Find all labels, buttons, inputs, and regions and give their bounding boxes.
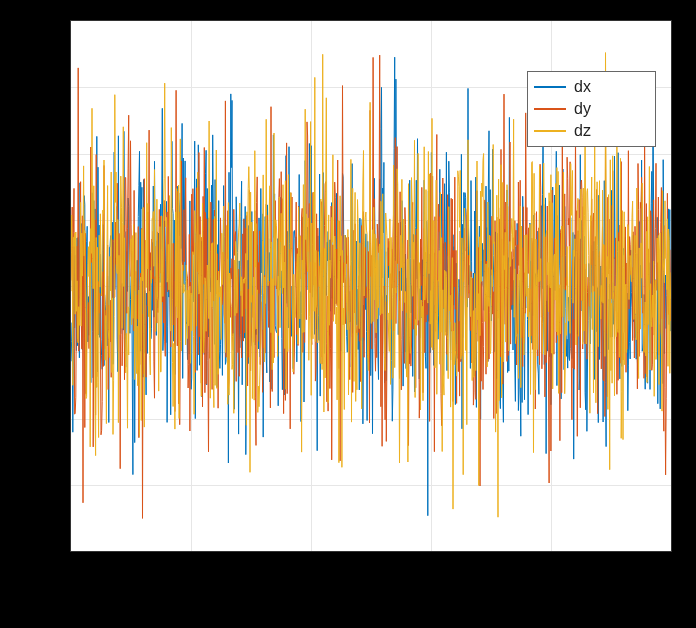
legend-label-dx: dx xyxy=(574,78,591,96)
legend-swatch-dz xyxy=(534,130,566,132)
legend-item-dz: dz xyxy=(534,120,649,142)
legend: dx dy dz xyxy=(527,71,656,147)
legend-label-dy: dy xyxy=(574,100,591,118)
legend-swatch-dy xyxy=(534,108,566,110)
plot-area: dx dy dz xyxy=(70,20,672,552)
legend-label-dz: dz xyxy=(574,122,591,140)
legend-item-dy: dy xyxy=(534,98,649,120)
chart-container: dx dy dz xyxy=(0,0,696,628)
legend-item-dx: dx xyxy=(534,76,649,98)
legend-swatch-dx xyxy=(534,86,566,88)
